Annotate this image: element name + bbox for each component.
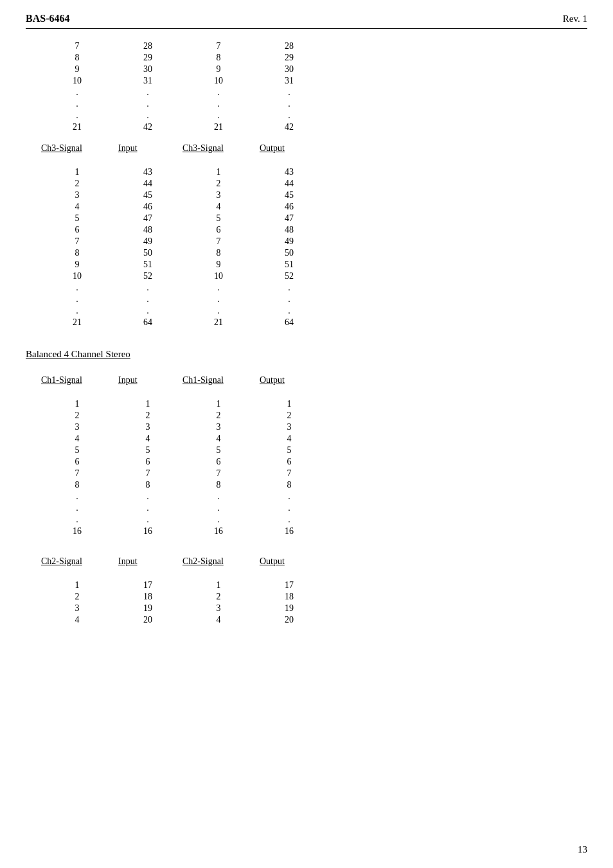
balanced4-title: Balanced 4 Channel Stereo: [26, 349, 130, 360]
cell: 45: [116, 190, 180, 201]
cell: 50: [116, 247, 180, 259]
col-header-ch3-signal: Ch3-Signal: [39, 142, 116, 155]
cell: 10: [180, 270, 257, 282]
cell: 8: [39, 247, 116, 259]
cell: 4: [39, 433, 116, 445]
cell: 1: [257, 398, 321, 410]
cell: .: [116, 491, 180, 502]
cell: 2: [180, 178, 257, 190]
cell: 28: [257, 40, 321, 52]
cell: 1: [39, 398, 116, 410]
cell: 19: [116, 603, 180, 614]
col-header-input: Input: [116, 142, 180, 155]
cell: 21: [39, 317, 116, 328]
cell: 1: [39, 580, 116, 591]
cell: 52: [116, 270, 180, 282]
cell: 28: [116, 40, 180, 52]
cell: 49: [116, 236, 180, 247]
cell: 30: [116, 64, 180, 75]
cell: 31: [257, 75, 321, 87]
cell: 1: [180, 166, 257, 178]
cell: 4: [180, 201, 257, 213]
cell: 7: [180, 40, 257, 52]
cell: 3: [39, 603, 116, 614]
cell: .: [180, 282, 257, 294]
cell: 3: [39, 190, 116, 201]
cell: 6: [39, 224, 116, 236]
col-header-ch2-signal-2: Ch2-Signal: [180, 555, 257, 568]
cell: 3: [180, 190, 257, 201]
cell: 50: [257, 247, 321, 259]
cell: .: [116, 98, 180, 110]
ch3-continued-table: 7 28 7 28 8 29 8 29 9 30 9 30 10 31 10 3…: [39, 40, 587, 133]
cell: .: [180, 87, 257, 98]
ch3-main-table: Ch3-Signal Input Ch3-Signal Output 1 43 …: [39, 142, 587, 328]
cell: 1: [39, 166, 116, 178]
cell: 7: [257, 468, 321, 479]
cell: 5: [39, 213, 116, 224]
cell: 49: [257, 236, 321, 247]
cell: .: [257, 491, 321, 502]
revision: Rev. 1: [563, 13, 587, 24]
cell: 3: [257, 421, 321, 433]
cell: 29: [116, 52, 180, 64]
cell: 48: [116, 224, 180, 236]
cell: 2: [116, 410, 180, 421]
cell: 6: [180, 224, 257, 236]
cell: 43: [257, 166, 321, 178]
cell: 8: [180, 247, 257, 259]
cell: 4: [116, 433, 180, 445]
col-header-output: Output: [257, 142, 321, 155]
cell: 5: [180, 213, 257, 224]
cell: 6: [39, 456, 116, 468]
cell: 7: [39, 468, 116, 479]
cell: [39, 155, 116, 166]
col-header-input: Input: [116, 374, 180, 387]
cell: .: [180, 305, 257, 317]
cell: 8: [257, 479, 321, 491]
cell: 4: [257, 433, 321, 445]
cell: 17: [257, 580, 321, 591]
cell: 64: [116, 317, 180, 328]
cell: 9: [39, 64, 116, 75]
cell: .: [180, 491, 257, 502]
cell: 10: [39, 270, 116, 282]
cell: 7: [180, 236, 257, 247]
cell: [180, 155, 257, 166]
cell: 7: [39, 236, 116, 247]
cell: 7: [180, 468, 257, 479]
cell: .: [257, 514, 321, 526]
cell: .: [257, 294, 321, 305]
cell: .: [257, 87, 321, 98]
cell: 20: [116, 614, 180, 626]
cell: 46: [116, 201, 180, 213]
cell: .: [257, 98, 321, 110]
cell: 45: [257, 190, 321, 201]
cell: 18: [116, 591, 180, 603]
cell: .: [257, 110, 321, 121]
cell: .: [39, 98, 116, 110]
cell: 3: [180, 603, 257, 614]
cell: 7: [116, 468, 180, 479]
cell: 2: [180, 410, 257, 421]
cell: 31: [116, 75, 180, 87]
cell: 16: [116, 526, 180, 537]
col-header-input: Input: [116, 555, 180, 568]
cell: 1: [116, 398, 180, 410]
cell: .: [116, 282, 180, 294]
cell: 51: [116, 259, 180, 270]
cell: 8: [116, 479, 180, 491]
cell: 4: [39, 201, 116, 213]
col-header-output: Output: [257, 374, 321, 387]
cell: .: [257, 502, 321, 514]
cell: 3: [116, 421, 180, 433]
cell: 4: [180, 614, 257, 626]
cell: 17: [116, 580, 180, 591]
cell: [257, 155, 321, 166]
cell: .: [39, 87, 116, 98]
cell: 20: [257, 614, 321, 626]
cell: 21: [180, 317, 257, 328]
cell: 44: [257, 178, 321, 190]
cell: 52: [257, 270, 321, 282]
cell: .: [39, 282, 116, 294]
